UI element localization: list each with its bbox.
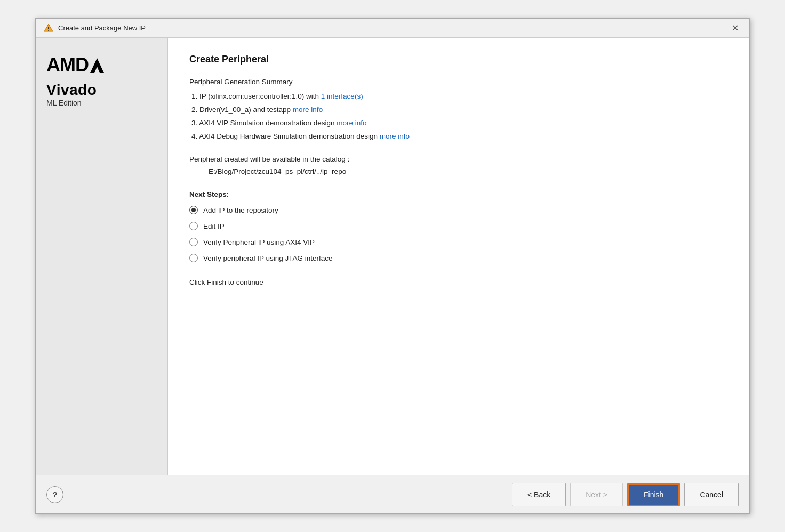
radio-item-3[interactable]: Verify Peripheral IP using AXI4 VIP <box>189 238 728 246</box>
summary-list: 1. IP (xilinx.com:user:controller:1.0) w… <box>189 92 728 140</box>
list-item: 2. Driver(v1_00_a) and testapp more info <box>189 106 728 114</box>
title-bar: Create and Package New IP ✕ <box>36 19 749 38</box>
amd-logo: AMD <box>46 54 104 76</box>
radio-inner-1 <box>191 208 196 212</box>
dialog-body: AMD Vivado ML Edition Create Peripheral … <box>36 38 749 475</box>
radio-item-2[interactable]: Edit IP <box>189 222 728 230</box>
title-bar-left: Create and Package New IP <box>43 23 146 34</box>
radio-label-4: Verify peripheral IP using JTAG interfac… <box>203 254 333 262</box>
item-1-link[interactable]: 1 interface(s) <box>321 92 363 100</box>
catalog-label: Peripheral created will be available in … <box>189 155 728 163</box>
catalog-section: Peripheral created will be available in … <box>189 155 728 175</box>
svg-point-2 <box>48 30 49 31</box>
dialog-footer: ? < Back Next > Finish Cancel <box>36 475 749 513</box>
close-button[interactable]: ✕ <box>728 23 742 34</box>
radio-button-4[interactable] <box>189 254 198 262</box>
help-button[interactable]: ? <box>46 486 63 503</box>
sidebar: AMD Vivado ML Edition <box>36 38 168 475</box>
radio-label-2: Edit IP <box>203 222 225 230</box>
radio-group: Add IP to the repository Edit IP Verify … <box>189 206 728 262</box>
item-4-text: 4. AXI4 Debug Hardware Simulation demons… <box>191 132 380 140</box>
radio-button-1[interactable] <box>189 206 198 214</box>
footer-left: ? <box>46 486 63 503</box>
item-1-text: IP (xilinx.com:user:controller:1.0) with <box>199 92 321 100</box>
list-item: 1. IP (xilinx.com:user:controller:1.0) w… <box>189 92 728 100</box>
radio-button-2[interactable] <box>189 222 198 230</box>
amd-arrow-icon <box>90 58 104 73</box>
radio-item-4[interactable]: Verify peripheral IP using JTAG interfac… <box>189 254 728 262</box>
next-steps-section: Next Steps: Add IP to the repository Edi… <box>189 190 728 262</box>
content-area: Create Peripheral Peripheral Generation … <box>168 38 749 475</box>
dialog-title: Create and Package New IP <box>58 24 146 32</box>
list-item: 4. AXI4 Debug Hardware Simulation demons… <box>189 132 728 140</box>
item-2-link[interactable]: more info <box>293 106 323 114</box>
finish-note: Click Finish to continue <box>189 278 728 286</box>
amd-brand-text: AMD <box>46 54 89 76</box>
radio-button-3[interactable] <box>189 238 198 246</box>
app-icon <box>43 23 54 34</box>
next-button[interactable]: Next > <box>570 483 623 506</box>
edition-name: ML Edition <box>46 99 82 107</box>
radio-label-1: Add IP to the repository <box>203 206 278 214</box>
catalog-path: E:/Blog/Project/zcu104_ps_pl/ctrl/../ip_… <box>189 167 728 175</box>
item-3-link[interactable]: more info <box>337 119 366 127</box>
radio-label-3: Verify Peripheral IP using AXI4 VIP <box>203 238 315 246</box>
dialog-window: Create and Package New IP ✕ AMD Vivado M… <box>35 18 750 514</box>
finish-button[interactable]: Finish <box>627 483 680 506</box>
item-4-link[interactable]: more info <box>380 132 410 140</box>
item-3-text: 3. AXI4 VIP Simulation demonstration des… <box>191 119 337 127</box>
next-steps-label: Next Steps: <box>189 190 728 198</box>
footer-right: < Back Next > Finish Cancel <box>512 483 739 506</box>
item-1-number: 1. <box>191 92 199 100</box>
page-title: Create Peripheral <box>189 54 728 65</box>
cancel-button[interactable]: Cancel <box>684 483 739 506</box>
list-item: 3. AXI4 VIP Simulation demonstration des… <box>189 119 728 127</box>
summary-label: Peripheral Generation Summary <box>189 78 728 86</box>
radio-item-1[interactable]: Add IP to the repository <box>189 206 728 214</box>
item-2-text: 2. Driver(v1_00_a) and testapp <box>191 106 293 114</box>
back-button[interactable]: < Back <box>512 483 566 506</box>
product-name: Vivado <box>46 82 97 99</box>
